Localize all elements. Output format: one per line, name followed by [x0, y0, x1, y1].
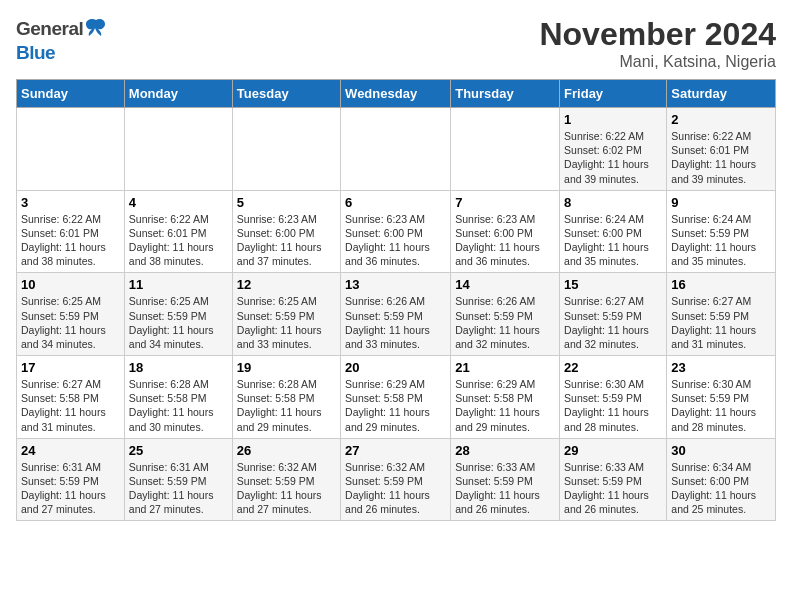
day-info: Sunrise: 6:32 AMSunset: 5:59 PMDaylight:… [345, 460, 446, 517]
day-number: 15 [564, 277, 662, 292]
table-row: 22Sunrise: 6:30 AMSunset: 5:59 PMDayligh… [560, 356, 667, 439]
calendar-table: Sunday Monday Tuesday Wednesday Thursday… [16, 79, 776, 521]
day-number: 3 [21, 195, 120, 210]
day-number: 10 [21, 277, 120, 292]
table-row: 2Sunrise: 6:22 AMSunset: 6:01 PMDaylight… [667, 108, 776, 191]
table-row: 9Sunrise: 6:24 AMSunset: 5:59 PMDaylight… [667, 190, 776, 273]
table-row: 15Sunrise: 6:27 AMSunset: 5:59 PMDayligh… [560, 273, 667, 356]
day-info: Sunrise: 6:33 AMSunset: 5:59 PMDaylight:… [564, 460, 662, 517]
day-info: Sunrise: 6:27 AMSunset: 5:58 PMDaylight:… [21, 377, 120, 434]
table-row: 10Sunrise: 6:25 AMSunset: 5:59 PMDayligh… [17, 273, 125, 356]
day-number: 12 [237, 277, 336, 292]
day-info: Sunrise: 6:32 AMSunset: 5:59 PMDaylight:… [237, 460, 336, 517]
table-row [124, 108, 232, 191]
day-info: Sunrise: 6:22 AMSunset: 6:01 PMDaylight:… [129, 212, 228, 269]
table-row: 29Sunrise: 6:33 AMSunset: 5:59 PMDayligh… [560, 438, 667, 521]
table-row: 30Sunrise: 6:34 AMSunset: 6:00 PMDayligh… [667, 438, 776, 521]
table-row [232, 108, 340, 191]
table-row: 26Sunrise: 6:32 AMSunset: 5:59 PMDayligh… [232, 438, 340, 521]
table-row: 28Sunrise: 6:33 AMSunset: 5:59 PMDayligh… [451, 438, 560, 521]
table-row: 24Sunrise: 6:31 AMSunset: 5:59 PMDayligh… [17, 438, 125, 521]
table-row: 4Sunrise: 6:22 AMSunset: 6:01 PMDaylight… [124, 190, 232, 273]
table-row [341, 108, 451, 191]
weekday-header-row: Sunday Monday Tuesday Wednesday Thursday… [17, 80, 776, 108]
table-row: 27Sunrise: 6:32 AMSunset: 5:59 PMDayligh… [341, 438, 451, 521]
day-info: Sunrise: 6:29 AMSunset: 5:58 PMDaylight:… [345, 377, 446, 434]
day-info: Sunrise: 6:23 AMSunset: 6:00 PMDaylight:… [237, 212, 336, 269]
day-number: 16 [671, 277, 771, 292]
header-tuesday: Tuesday [232, 80, 340, 108]
day-info: Sunrise: 6:24 AMSunset: 5:59 PMDaylight:… [671, 212, 771, 269]
day-info: Sunrise: 6:25 AMSunset: 5:59 PMDaylight:… [21, 294, 120, 351]
day-number: 28 [455, 443, 555, 458]
day-number: 7 [455, 195, 555, 210]
day-number: 6 [345, 195, 446, 210]
calendar-week-row: 1Sunrise: 6:22 AMSunset: 6:02 PMDaylight… [17, 108, 776, 191]
day-number: 29 [564, 443, 662, 458]
table-row: 8Sunrise: 6:24 AMSunset: 6:00 PMDaylight… [560, 190, 667, 273]
day-info: Sunrise: 6:31 AMSunset: 5:59 PMDaylight:… [21, 460, 120, 517]
day-info: Sunrise: 6:22 AMSunset: 6:01 PMDaylight:… [21, 212, 120, 269]
table-row: 13Sunrise: 6:26 AMSunset: 5:59 PMDayligh… [341, 273, 451, 356]
table-row: 21Sunrise: 6:29 AMSunset: 5:58 PMDayligh… [451, 356, 560, 439]
day-number: 11 [129, 277, 228, 292]
location-title: Mani, Katsina, Nigeria [539, 53, 776, 71]
day-number: 19 [237, 360, 336, 375]
logo-general: General [16, 18, 83, 40]
calendar-week-row: 3Sunrise: 6:22 AMSunset: 6:01 PMDaylight… [17, 190, 776, 273]
day-number: 17 [21, 360, 120, 375]
day-info: Sunrise: 6:27 AMSunset: 5:59 PMDaylight:… [671, 294, 771, 351]
header-wednesday: Wednesday [341, 80, 451, 108]
day-info: Sunrise: 6:28 AMSunset: 5:58 PMDaylight:… [129, 377, 228, 434]
day-info: Sunrise: 6:24 AMSunset: 6:00 PMDaylight:… [564, 212, 662, 269]
day-number: 14 [455, 277, 555, 292]
table-row: 23Sunrise: 6:30 AMSunset: 5:59 PMDayligh… [667, 356, 776, 439]
calendar-week-row: 10Sunrise: 6:25 AMSunset: 5:59 PMDayligh… [17, 273, 776, 356]
day-number: 5 [237, 195, 336, 210]
table-row: 7Sunrise: 6:23 AMSunset: 6:00 PMDaylight… [451, 190, 560, 273]
day-number: 26 [237, 443, 336, 458]
day-info: Sunrise: 6:22 AMSunset: 6:02 PMDaylight:… [564, 129, 662, 186]
logo-bird-icon [85, 16, 107, 42]
day-info: Sunrise: 6:28 AMSunset: 5:58 PMDaylight:… [237, 377, 336, 434]
day-info: Sunrise: 6:33 AMSunset: 5:59 PMDaylight:… [455, 460, 555, 517]
day-number: 9 [671, 195, 771, 210]
table-row: 19Sunrise: 6:28 AMSunset: 5:58 PMDayligh… [232, 356, 340, 439]
day-number: 18 [129, 360, 228, 375]
table-row [451, 108, 560, 191]
day-info: Sunrise: 6:31 AMSunset: 5:59 PMDaylight:… [129, 460, 228, 517]
day-number: 24 [21, 443, 120, 458]
day-number: 22 [564, 360, 662, 375]
table-row: 25Sunrise: 6:31 AMSunset: 5:59 PMDayligh… [124, 438, 232, 521]
day-info: Sunrise: 6:30 AMSunset: 5:59 PMDaylight:… [564, 377, 662, 434]
table-row: 16Sunrise: 6:27 AMSunset: 5:59 PMDayligh… [667, 273, 776, 356]
table-row: 17Sunrise: 6:27 AMSunset: 5:58 PMDayligh… [17, 356, 125, 439]
table-row: 11Sunrise: 6:25 AMSunset: 5:59 PMDayligh… [124, 273, 232, 356]
day-number: 25 [129, 443, 228, 458]
header-thursday: Thursday [451, 80, 560, 108]
title-section: November 2024 Mani, Katsina, Nigeria [539, 16, 776, 71]
day-number: 13 [345, 277, 446, 292]
day-info: Sunrise: 6:22 AMSunset: 6:01 PMDaylight:… [671, 129, 771, 186]
table-row: 18Sunrise: 6:28 AMSunset: 5:58 PMDayligh… [124, 356, 232, 439]
day-number: 2 [671, 112, 771, 127]
day-info: Sunrise: 6:25 AMSunset: 5:59 PMDaylight:… [129, 294, 228, 351]
header-monday: Monday [124, 80, 232, 108]
day-number: 30 [671, 443, 771, 458]
table-row: 6Sunrise: 6:23 AMSunset: 6:00 PMDaylight… [341, 190, 451, 273]
day-info: Sunrise: 6:26 AMSunset: 5:59 PMDaylight:… [455, 294, 555, 351]
day-number: 20 [345, 360, 446, 375]
day-info: Sunrise: 6:27 AMSunset: 5:59 PMDaylight:… [564, 294, 662, 351]
logo-blue: Blue [16, 42, 55, 63]
day-number: 8 [564, 195, 662, 210]
day-info: Sunrise: 6:23 AMSunset: 6:00 PMDaylight:… [345, 212, 446, 269]
calendar-week-row: 17Sunrise: 6:27 AMSunset: 5:58 PMDayligh… [17, 356, 776, 439]
table-row [17, 108, 125, 191]
day-info: Sunrise: 6:34 AMSunset: 6:00 PMDaylight:… [671, 460, 771, 517]
calendar-week-row: 24Sunrise: 6:31 AMSunset: 5:59 PMDayligh… [17, 438, 776, 521]
header-sunday: Sunday [17, 80, 125, 108]
page-header: General Blue November 2024 Mani, Katsina… [16, 16, 776, 71]
month-title: November 2024 [539, 16, 776, 53]
day-info: Sunrise: 6:25 AMSunset: 5:59 PMDaylight:… [237, 294, 336, 351]
header-friday: Friday [560, 80, 667, 108]
